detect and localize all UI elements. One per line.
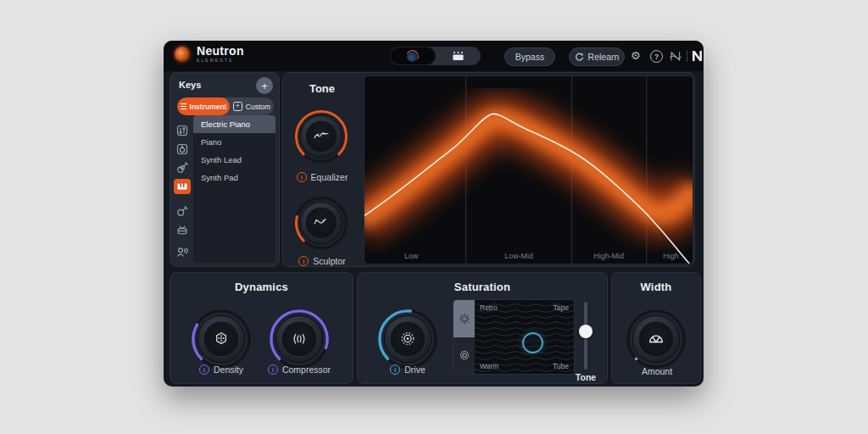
pad-corner-tape: Tape — [554, 303, 569, 312]
category-guitar[interactable] — [174, 160, 191, 175]
tone-title: Tone — [283, 82, 361, 95]
library-title: Keys — [179, 80, 201, 90]
band-label-lowmid: Low-Mid — [504, 252, 533, 260]
density-knob[interactable] — [190, 308, 253, 370]
list-item[interactable]: Piano — [193, 133, 275, 151]
neutron-logo-icon — [174, 46, 191, 63]
brass-icon — [175, 204, 189, 218]
tone-spectrum-panel: Tone i Equalizer — [282, 72, 695, 267]
topbar-divider — [687, 50, 687, 62]
preset-list: Electric Piano Piano Synth Lead Synth Pa… — [193, 115, 275, 263]
density-power-toggle[interactable]: i — [199, 364, 209, 375]
drums-icon — [175, 224, 189, 237]
brand: Neutron ELEMENTS — [174, 45, 244, 63]
izotope-signature-icon[interactable] — [669, 49, 682, 63]
saturation-mode-b-button[interactable] — [453, 337, 475, 375]
starburst-icon — [458, 312, 471, 326]
plugin-window: Neutron ELEMENTS Bypass Relearn — [164, 41, 704, 387]
equalizer-knob[interactable] — [293, 108, 349, 164]
compressor-label-row: i Compressor — [260, 364, 338, 375]
sculptor-knob[interactable] — [293, 195, 349, 251]
list-item[interactable]: Electric Piano — [193, 115, 275, 133]
detail-view-tab[interactable] — [436, 47, 481, 65]
tab-custom[interactable]: + Custom — [230, 97, 274, 115]
list-icon — [181, 103, 186, 109]
settings-gear-icon[interactable]: ⚙ — [631, 50, 641, 61]
width-amount-label-row: Amount — [618, 366, 696, 376]
brand-subtitle: ELEMENTS — [197, 58, 244, 63]
saturation-mode-a-button[interactable] — [453, 300, 475, 337]
ni-logo — [692, 50, 704, 62]
saturation-xy-group: Retro Tape Warm Tube — [453, 299, 575, 375]
sculptor-power-toggle[interactable]: i — [298, 256, 309, 266]
relearn-label: Relearn — [588, 52, 620, 62]
saturation-title: Saturation — [358, 281, 607, 293]
category-vocals[interactable] — [174, 244, 191, 259]
equalizer-label-row: i Equalizer — [283, 172, 361, 182]
assistant-sphere-icon — [407, 51, 418, 62]
pad-corner-retro: Retro — [480, 303, 498, 312]
width-title: Width — [612, 281, 700, 293]
category-drums[interactable] — [174, 223, 191, 238]
tab-instrument[interactable]: Instrument — [177, 97, 230, 115]
list-item[interactable]: Synth Lead — [193, 151, 275, 169]
gear-flower-icon — [458, 348, 471, 362]
category-amp[interactable] — [174, 142, 191, 157]
bass-icon — [175, 124, 189, 137]
pad-corner-warm: Warm — [480, 362, 498, 370]
equalizer-power-toggle[interactable]: i — [297, 172, 307, 182]
view-toggle[interactable] — [390, 47, 481, 65]
drive-label-row: i Drive — [369, 364, 447, 375]
band-label-high: High — [663, 252, 678, 260]
saturation-xy-pad[interactable]: Retro Tape Warm Tube — [475, 300, 574, 374]
category-brass[interactable] — [174, 203, 191, 219]
width-panel: Width Amount — [611, 272, 701, 384]
plus-box-icon: + — [233, 102, 242, 111]
density-label-row: i Density — [182, 364, 260, 375]
detail-view-icon — [452, 51, 465, 61]
saturation-panel: Saturation i Drive — [357, 272, 608, 384]
compressor-knob[interactable] — [268, 308, 331, 370]
help-icon[interactable]: ? — [650, 50, 663, 63]
add-preset-button[interactable]: + — [256, 77, 273, 94]
tone-slider[interactable] — [581, 302, 591, 370]
saturation-mode-buttons — [453, 300, 475, 374]
vocals-icon — [175, 245, 189, 259]
sculptor-label-row: i Sculptor — [283, 256, 361, 266]
bypass-label: Bypass — [515, 52, 544, 62]
band-label-highmid: High-Mid — [593, 252, 624, 260]
relearn-button[interactable]: Relearn — [569, 47, 625, 66]
tone-slider-label: Tone — [564, 372, 608, 382]
compressor-power-toggle[interactable]: i — [268, 364, 278, 375]
guitar-icon — [175, 161, 189, 175]
spectrum-display[interactable]: Low Low-Mid High-Mid High — [364, 75, 693, 264]
amp-icon — [175, 142, 189, 156]
assistant-view-tab[interactable] — [390, 47, 436, 65]
category-strip — [170, 120, 193, 263]
keys-icon — [175, 180, 189, 193]
tone-slider-handle[interactable] — [579, 325, 593, 338]
pad-corner-tube: Tube — [553, 362, 569, 370]
drive-power-toggle[interactable]: i — [390, 364, 400, 375]
drive-knob[interactable] — [376, 308, 439, 370]
dynamics-panel: Dynamics i Density — [170, 272, 353, 384]
bypass-button[interactable]: Bypass — [504, 47, 555, 66]
band-label-low: Low — [404, 252, 419, 260]
brand-name: Neutron — [197, 45, 244, 57]
library-tabs: Instrument + Custom — [177, 97, 274, 115]
list-item[interactable]: Synth Pad — [193, 169, 275, 186]
category-keys[interactable] — [174, 179, 191, 194]
library-panel: Keys + Instrument + Custom — [170, 72, 280, 267]
desktop: { "brand": {"name": "Neutron", "sub": "E… — [0, 0, 868, 434]
topbar: Neutron ELEMENTS Bypass Relearn — [164, 41, 704, 71]
relearn-icon — [575, 53, 584, 62]
dynamics-title: Dynamics — [170, 281, 353, 293]
width-amount-knob[interactable] — [625, 308, 687, 370]
category-bass[interactable] — [174, 123, 191, 138]
